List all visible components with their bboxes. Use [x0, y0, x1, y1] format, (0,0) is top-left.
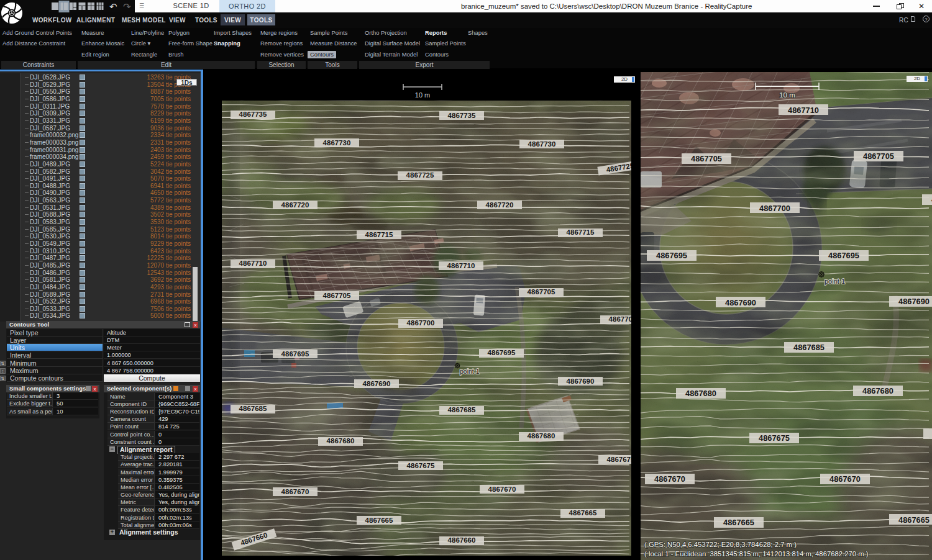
svg-text:4867675: 4867675: [607, 456, 631, 463]
svg-text:4867680: 4867680: [528, 432, 555, 440]
svg-text:4867670: 4867670: [488, 485, 516, 493]
svg-text:4867725: 4867725: [406, 171, 434, 179]
svg-text:point 1: point 1: [460, 368, 480, 375]
svg-text:4867685: 4867685: [793, 343, 825, 352]
svg-text:4867715: 4867715: [567, 228, 595, 236]
svg-text:4867690: 4867690: [725, 298, 756, 307]
svg-text:4867670: 4867670: [829, 474, 861, 484]
svg-text:4867695: 4867695: [488, 349, 516, 356]
svg-text:4867705: 4867705: [863, 151, 894, 161]
svg-text:4867685: 4867685: [239, 405, 267, 412]
svg-text:10 m: 10 m: [415, 91, 430, 99]
svg-text:4867675: 4867675: [407, 462, 435, 469]
svg-text:4867710: 4867710: [788, 106, 819, 115]
svg-text:4867685: 4867685: [448, 406, 476, 413]
svg-text:4867710: 4867710: [447, 262, 475, 269]
svg-text:4867680: 4867680: [862, 386, 893, 395]
svg-text:point 1: point 1: [825, 278, 845, 285]
svg-text:4867680: 4867680: [685, 389, 716, 398]
svg-text:4867680: 4867680: [327, 437, 355, 445]
svg-text:4867695: 4867695: [281, 350, 309, 358]
svg-text:4867705: 4867705: [691, 154, 722, 163]
svg-text:4867660: 4867660: [448, 536, 476, 544]
svg-text:4867705: 4867705: [323, 292, 351, 299]
svg-text:( local:1 - Euclidean: 3851345: ( local:1 - Euclidean: 3851345.815 m, 14…: [644, 550, 869, 558]
svg-text:4867715: 4867715: [365, 231, 393, 238]
svg-text:4867665: 4867665: [365, 517, 393, 524]
svg-text:4867700: 4867700: [407, 319, 435, 327]
svg-text:4867700: 4867700: [609, 315, 631, 323]
svg-text:4867735: 4867735: [448, 112, 476, 119]
svg-text:4867720: 4867720: [486, 201, 514, 209]
svg-text:4867670: 4867670: [654, 474, 685, 484]
svg-text:10 m: 10 m: [779, 91, 795, 99]
svg-text:4867695: 4867695: [828, 251, 859, 260]
svg-text:4867710: 4867710: [239, 260, 267, 267]
svg-text:4867730: 4867730: [323, 139, 351, 147]
svg-text:4867665: 4867665: [569, 509, 597, 517]
svg-text:4867695: 4867695: [656, 251, 687, 260]
svg-text:4867735: 4867735: [239, 111, 267, 118]
svg-text:4867705: 4867705: [528, 288, 555, 296]
svg-text:4867690: 4867690: [898, 297, 930, 306]
svg-text:4867730: 4867730: [528, 140, 556, 148]
svg-text:4867670: 4867670: [281, 488, 309, 495]
svg-text:4867690: 4867690: [363, 380, 391, 387]
svg-text:4867690: 4867690: [567, 377, 595, 385]
svg-text:4867720: 4867720: [281, 201, 309, 209]
svg-text:4867700: 4867700: [759, 204, 790, 213]
svg-text:4867665: 4867665: [898, 515, 930, 525]
svg-text:( GPS: N50,4,6.453722; E20,8,3: ( GPS: N50,4,6.453722; E20,8,3.784628; 2…: [644, 541, 797, 548]
svg-text:4867665: 4867665: [723, 518, 754, 527]
svg-text:4867675: 4867675: [759, 433, 790, 443]
